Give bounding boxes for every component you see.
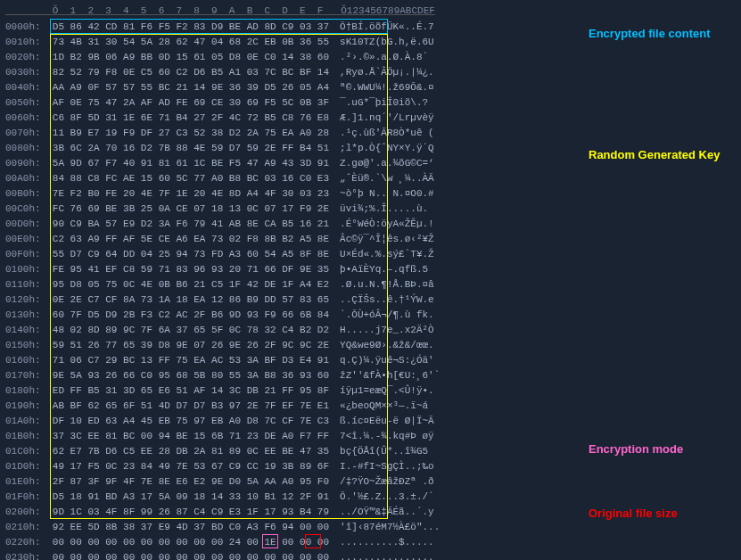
hex-row: 0100h: FE 95 41 EF C8 59 71 83 96 93 20 … — [5, 262, 736, 277]
hex-row: 01F0h: D5 18 91 BD A3 17 5A 09 18 14 33 … — [5, 490, 736, 505]
hex-row: 0010h: 73 4B 31 30 54 5A 28 62 47 04 68 … — [5, 35, 736, 50]
columns-header: Ŏ 1 2 3 4 5 6 7 8 9 A B C D E F Ŏ1234567… — [5, 4, 736, 19]
hex-row: 0110h: 95 D8 05 75 0C 4E 0B B6 21 C5 1F … — [5, 277, 736, 292]
hex-row: 00E0h: C2 63 A9 FF AF 5E CE A6 EA 73 02 … — [5, 232, 736, 247]
hex-row: 00D0h: 90 C9 BA 57 E9 D2 3A F6 79 41 AB … — [5, 217, 736, 232]
hex-dump-view: Ŏ 1 2 3 4 5 6 7 8 9 A B C D E F Ŏ1234567… — [0, 0, 741, 560]
hex-row: 0080h: 3B 6C 2A 70 16 D2 7B 88 4E 59 D7 … — [5, 141, 736, 156]
hex-row: 0040h: AA A9 0F 57 57 55 BC 21 14 9E 36 … — [5, 80, 736, 95]
hex-row: 0150h: 59 51 26 77 65 39 D8 9E 07 26 9E … — [5, 338, 736, 353]
hex-row: 01D0h: 49 17 F5 0C 23 84 49 7E 53 67 C9 … — [5, 459, 736, 474]
hex-row: 01E0h: 2F 87 3F 9F 4F 7E 8E E6 E2 9E D0 … — [5, 474, 736, 490]
hex-row: 0230h: 00 00 00 00 00 00 00 00 00 00 00 … — [5, 550, 736, 560]
hex-rows: 0000h: D5 86 42 CD 81 F6 F5 F2 83 D9 BE … — [5, 20, 736, 560]
hex-row: 01B0h: 37 3C EE 81 BC 00 94 BE 15 6B 71 … — [5, 429, 736, 444]
hex-row: 0210h: 92 EE 5D 8B 38 37 E9 4D 37 BD C0 … — [5, 520, 736, 535]
hex-row: 0140h: 48 02 8D 89 9C 7F 6A 37 65 5F 0C … — [5, 323, 736, 338]
hex-row: 0030h: 82 52 79 F8 0E C5 60 C2 D6 B5 A1 … — [5, 65, 736, 80]
hex-row: 00A0h: 84 88 C8 FC AE 15 60 5C 77 A0 B8 … — [5, 171, 736, 186]
hex-row: 0060h: C6 8F 5D 31 1E 6E 71 B4 27 2F 4C … — [5, 111, 736, 126]
hex-row: 0170h: 9E 5A 93 26 66 C0 95 68 5B 80 55 … — [5, 368, 736, 383]
hex-row: 0020h: 1D B2 9B 06 A9 BB 0D 15 61 05 D8 … — [5, 50, 736, 65]
hex-row: 0220h: 00 00 00 00 00 00 00 00 00 00 24 … — [5, 535, 736, 550]
hex-row: 0070h: 11 B9 E7 19 F9 DF 27 C3 52 38 D2 … — [5, 126, 736, 141]
hex-row: 0130h: 60 7F D5 D9 2B F3 C2 AC 2F B6 9D … — [5, 308, 736, 323]
hex-row: 0160h: 71 06 C7 29 BC 13 FF 75 EA AC 53 … — [5, 353, 736, 368]
hex-row: 0000h: D5 86 42 CD 81 F6 F5 F2 83 D9 BE … — [5, 20, 736, 35]
hex-row: 0090h: 5A 9D 67 F7 40 91 81 61 1C BE F5 … — [5, 156, 736, 171]
hex-row: 0120h: 0E 2E C7 CF 8A 73 1A 18 EA 12 86 … — [5, 292, 736, 308]
hex-row: 0190h: AB BF 62 65 6F 51 4D D7 D7 B3 97 … — [5, 399, 736, 414]
hex-row: 0200h: 9D 1C 03 4F 8F 99 26 87 C4 C9 E3 … — [5, 505, 736, 520]
hex-row: 0180h: ED FF B5 31 3D 65 E6 51 AF 14 3C … — [5, 383, 736, 399]
hex-row: 0050h: AF 0E 75 47 2A AF AD FE 69 CE 30 … — [5, 95, 736, 111]
hex-row: 01A0h: DF 10 ED 63 A4 45 EB 75 97 EB A0 … — [5, 414, 736, 429]
hex-row: 00B0h: 7E F2 B0 FE 20 4E 7F 1E 20 4E 8D … — [5, 186, 736, 202]
hex-row: 00C0h: FC 76 69 BE 3B 25 0A CE 07 18 13 … — [5, 202, 736, 217]
hex-row: 00F0h: 55 D7 C9 64 DD 04 25 94 73 FD A3 … — [5, 247, 736, 262]
hex-row: 01C0h: 62 E7 7B D6 C5 EE 28 DB 2A 81 89 … — [5, 444, 736, 459]
